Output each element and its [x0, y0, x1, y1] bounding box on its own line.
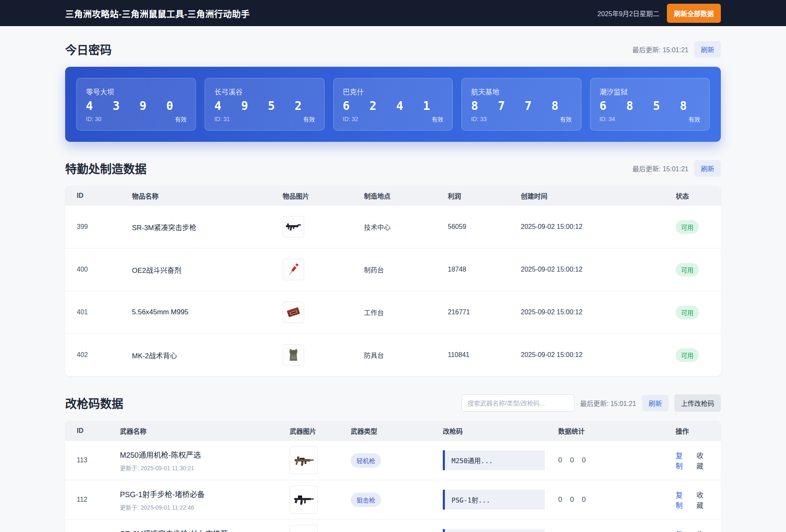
password-refresh-button[interactable]: 刷新 [694, 41, 721, 58]
craft-created: 2025-09-02 15:00:12 [521, 266, 667, 273]
current-date: 2025年9月2日星期二 [598, 8, 659, 18]
site-title: 三角洲攻略站-三角洲鼠鼠工具-三角洲行动助手 [65, 7, 250, 19]
map-name: 长弓溪谷 [214, 86, 315, 97]
stat-value: 0 [570, 496, 574, 504]
map-name: 巴克什 [343, 86, 443, 97]
assault-rifle-image [290, 525, 318, 532]
stat-value: 0 [570, 456, 574, 464]
refresh-all-button[interactable]: 刷新全部数据 [667, 4, 721, 23]
stim-item-image [283, 259, 304, 280]
map-name: 潮汐监狱 [600, 86, 700, 97]
craft-table-header: ID 物品名称 物品图片 制造地点 利润 创建时间 状态 [65, 186, 721, 205]
item-name: OE2战斗兴奋剂 [132, 265, 283, 275]
craft-section-title: 特勤处制造数据 [65, 160, 146, 177]
password-id: ID: 32 [343, 116, 358, 122]
col-weapon-name: 武器名称 [120, 426, 290, 436]
stat-value: 0 [582, 496, 586, 504]
col-id: ID [77, 427, 120, 435]
map-name: 航天基地 [471, 86, 571, 97]
mod-table: ID 武器名称 武器图片 武器类型 改枪码 数据统计 操作 113 M250通用… [65, 421, 721, 532]
craft-profit: 18748 [448, 266, 521, 273]
status-badge: 可用 [676, 263, 699, 277]
mod-section-header: 改枪码数据 最后更新: 15:01:21 刷新 上传改枪码 [65, 394, 721, 412]
copy-link[interactable]: 复制 [676, 450, 688, 471]
craft-table: ID 物品名称 物品图片 制造地点 利润 创建时间 状态 399 SR-3M紧凑… [65, 186, 721, 376]
password-status: 有效 [303, 115, 315, 123]
col-weapon-type: 武器类型 [351, 426, 443, 436]
table-row: 399 SR-3M紧凑突击步枪 技术中心 56059 2025-09-02 15… [65, 205, 721, 248]
table-row: 111 SR-3M紧凑突击步枪-林七夜推荐 更新于: 2025-09-01 11… [65, 519, 721, 532]
weapon-name: SR-3M紧凑突击步枪-林七夜推荐 [120, 528, 290, 532]
col-status: 状态 [667, 191, 709, 201]
favorite-link[interactable]: 收藏 [696, 450, 709, 471]
machine-gun-image [290, 446, 318, 474]
weapon-name: M250通用机枪-陈权严选 [120, 449, 290, 460]
col-place: 制造地点 [364, 191, 448, 201]
vest-item-image [283, 344, 304, 366]
item-id: 401 [77, 309, 132, 316]
weapon-id: 112 [77, 496, 120, 503]
copy-link[interactable]: 复制 [676, 529, 688, 532]
search-input[interactable] [461, 394, 574, 412]
item-id: 400 [77, 266, 132, 273]
password-code: 8 7 7 8 [471, 99, 571, 113]
craft-place: 技术中心 [364, 222, 448, 232]
table-row: 112 PSG-1射手步枪-堵桥必备 更新于: 2025-09-01 11:22… [65, 480, 721, 519]
col-gun-code: 改枪码 [443, 426, 558, 436]
gun-code-box[interactable]: M250通用... [443, 450, 545, 470]
col-id: ID [77, 192, 132, 199]
password-code: 4 3 9 0 [86, 99, 186, 113]
top-navbar: 三角洲攻略站-三角洲鼠鼠工具-三角洲行动助手 2025年9月2日星期二 刷新全部… [0, 0, 786, 26]
upload-gun-code-button[interactable]: 上传改枪码 [674, 394, 721, 412]
craft-profit: 56059 [448, 223, 521, 231]
craft-section-header: 特勤处制造数据 最后更新: 15:01:21 刷新 [65, 160, 721, 177]
craft-place: 工作台 [364, 307, 448, 317]
favorite-link[interactable]: 收藏 [696, 489, 709, 510]
password-code: 6 2 4 1 [343, 99, 443, 113]
gun-code-box[interactable]: PSG-1射... [443, 490, 545, 510]
password-id: ID: 33 [471, 116, 486, 122]
col-created: 创建时间 [521, 191, 667, 201]
gun-code-box[interactable]: SR-3M紧... [443, 529, 545, 532]
password-card-space-base[interactable]: 航天基地 8 7 7 8 ID: 33 有效 [461, 78, 581, 131]
weapon-id: 113 [77, 457, 120, 464]
status-badge: 可用 [676, 306, 699, 319]
password-card-bakshi[interactable]: 巴克什 6 2 4 1 ID: 32 有效 [333, 78, 453, 131]
password-section-header: 今日密码 最后更新: 15:01:21 刷新 [65, 41, 721, 58]
item-name: 5.56x45mm M995 [132, 308, 283, 316]
col-actions: 操作 [662, 426, 709, 436]
password-status: 有效 [688, 115, 700, 123]
table-row: 113 M250通用机枪-陈权严选 更新于: 2025-09-01 11:30:… [65, 440, 721, 480]
weapon-updated: 更新于: 2025-09-01 11:30:21 [120, 464, 290, 472]
password-id: ID: 31 [214, 116, 229, 122]
col-item-name: 物品名称 [132, 191, 283, 201]
craft-last-update: 最后更新: 15:01:21 [632, 163, 688, 173]
col-weapon-image: 武器图片 [290, 426, 351, 436]
password-card-valley[interactable]: 长弓溪谷 4 9 5 2 ID: 31 有效 [205, 78, 324, 131]
craft-place: 制药台 [364, 265, 448, 275]
mod-table-header: ID 武器名称 武器图片 武器类型 改枪码 数据统计 操作 [65, 421, 721, 440]
stat-value: 0 [558, 496, 562, 504]
weapon-stats: 0 0 0 [558, 496, 662, 504]
mod-section-title: 改枪码数据 [65, 395, 123, 411]
favorite-link[interactable]: 收藏 [696, 529, 709, 532]
password-id: ID: 34 [600, 116, 615, 122]
table-row: 400 OE2战斗兴奋剂 制药台 18748 2025-09-02 15:00:… [65, 248, 721, 291]
password-code: 4 9 5 2 [214, 99, 315, 113]
password-card-dam[interactable]: 零号大坝 4 3 9 0 ID: 30 有效 [76, 78, 196, 131]
weapon-type-badge: 狙击枪 [351, 493, 381, 507]
status-badge: 可用 [676, 348, 699, 362]
col-item-image: 物品图片 [283, 191, 364, 201]
marksman-rifle-image [290, 486, 318, 514]
weapon-type-badge: 轻机枪 [351, 453, 381, 468]
password-id: ID: 30 [86, 116, 101, 122]
craft-refresh-button[interactable]: 刷新 [694, 160, 721, 177]
mod-refresh-button[interactable]: 刷新 [642, 395, 669, 411]
weapon-stats: 0 0 0 [558, 456, 662, 464]
col-stats: 数据统计 [558, 426, 662, 436]
password-code: 6 8 5 8 [600, 99, 700, 113]
mod-last-update: 最后更新: 15:01:21 [580, 398, 636, 408]
copy-link[interactable]: 复制 [676, 489, 688, 510]
craft-created: 2025-09-02 15:00:12 [521, 309, 667, 316]
password-card-tide-prison[interactable]: 潮汐监狱 6 8 5 8 ID: 34 有效 [590, 78, 710, 131]
